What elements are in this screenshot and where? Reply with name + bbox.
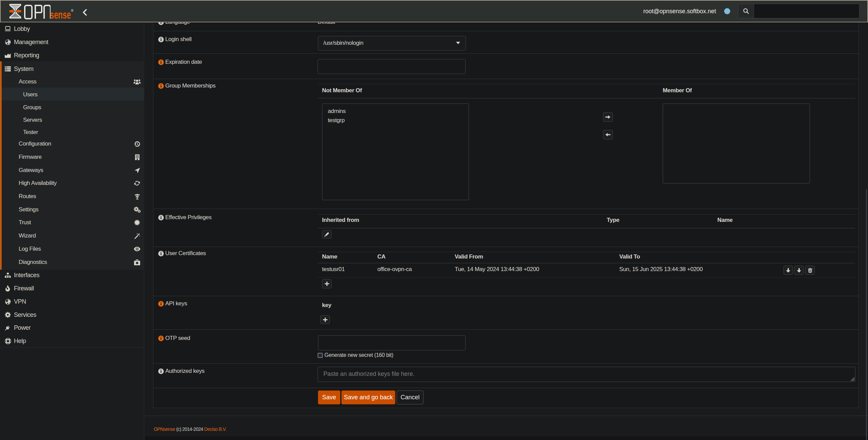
svg-text:sense: sense xyxy=(50,8,71,20)
